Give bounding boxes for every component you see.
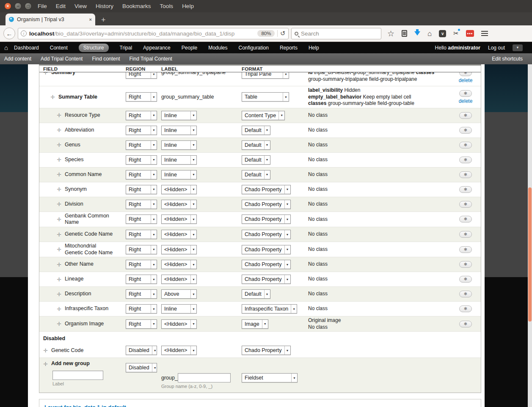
- url-bar[interactable]: i localhost/bio_data/3#overlay=admin/str…: [18, 28, 289, 39]
- region-select[interactable]: Right▼: [126, 170, 157, 179]
- admin-menu-help[interactable]: Help: [309, 45, 319, 51]
- drag-handle-icon[interactable]: ✛: [57, 157, 61, 162]
- label-select[interactable]: Above▼: [161, 289, 197, 299]
- settings-gear-button[interactable]: ✱: [459, 127, 472, 134]
- region-select[interactable]: Right▼: [126, 111, 157, 120]
- label-select[interactable]: Inline▼: [161, 304, 197, 314]
- label-select[interactable]: <Hidden>▼: [161, 346, 197, 355]
- region-select[interactable]: Right▼: [126, 126, 157, 135]
- settings-gear-button[interactable]: ✱: [459, 261, 472, 268]
- admin-menu-dashboard[interactable]: Dashboard: [14, 45, 39, 51]
- format-select[interactable]: Default▼: [242, 140, 270, 150]
- menu-item-file[interactable]: File: [38, 3, 47, 9]
- format-select[interactable]: Default▼: [242, 170, 270, 179]
- format-select[interactable]: Chado Property▼: [242, 245, 291, 254]
- format-select[interactable]: Chado Property▼: [242, 346, 291, 355]
- region-select[interactable]: Right▼: [126, 245, 157, 254]
- drag-handle-icon[interactable]: ✛: [57, 201, 61, 207]
- menu-item-edit[interactable]: Edit: [56, 3, 66, 9]
- label-select[interactable]: <Hidden>▼: [161, 185, 197, 194]
- admin-menu-people[interactable]: People: [182, 45, 197, 51]
- region-select[interactable]: Right▼: [126, 140, 157, 150]
- drag-handle-icon[interactable]: ✛: [43, 72, 48, 75]
- label-select[interactable]: Inline▼: [161, 155, 197, 165]
- window-close-button[interactable]: ×: [4, 3, 11, 10]
- format-select[interactable]: Chado Property▼: [242, 214, 291, 224]
- new-tab-button[interactable]: +: [101, 16, 106, 24]
- label-select[interactable]: Inline▼: [161, 170, 197, 179]
- settings-gear-button[interactable]: ✱: [459, 157, 472, 163]
- url-text[interactable]: localhost/bio_data/3#overlay=admin/struc…: [29, 30, 255, 37]
- drag-handle-icon[interactable]: ✛: [57, 292, 61, 297]
- screenshot-icon[interactable]: ✂: [453, 30, 459, 37]
- menu-item-bookmarks[interactable]: Bookmarks: [122, 3, 151, 9]
- admin-menu-tripal[interactable]: Tripal: [120, 45, 132, 51]
- label-select[interactable]: <Hidden>▼: [161, 245, 197, 254]
- downloads-icon[interactable]: [414, 31, 420, 36]
- menu-item-history[interactable]: History: [96, 3, 113, 9]
- settings-gear-button[interactable]: ✱: [459, 171, 472, 178]
- drag-handle-icon[interactable]: ✛: [57, 321, 61, 327]
- format-select[interactable]: Default▼: [242, 155, 270, 165]
- drag-handle-icon[interactable]: ✛: [57, 262, 61, 267]
- edit-shortcuts-link[interactable]: Edit shortcuts: [492, 56, 523, 62]
- back-button[interactable]: ←: [3, 28, 15, 39]
- settings-gear-button[interactable]: ✱: [459, 231, 472, 238]
- region-select[interactable]: Right▼: [126, 92, 157, 102]
- reading-list-icon[interactable]: [402, 30, 407, 37]
- region-select[interactable]: Disabled▼: [126, 346, 157, 355]
- settings-gear-button[interactable]: ✱: [459, 72, 472, 76]
- drag-handle-icon[interactable]: ✛: [57, 232, 61, 237]
- label-select[interactable]: Inline▼: [161, 126, 197, 135]
- region-select[interactable]: Right▼: [126, 289, 157, 299]
- region-select[interactable]: Right▼: [126, 275, 157, 284]
- drag-handle-icon[interactable]: ✛: [57, 187, 61, 192]
- region-select[interactable]: Right▼: [126, 155, 157, 165]
- shortcut-find-content[interactable]: Find content: [92, 56, 120, 62]
- region-select[interactable]: Right▼: [126, 185, 157, 194]
- region-select[interactable]: Right▼: [126, 200, 157, 209]
- admin-menu-reports[interactable]: Reports: [280, 45, 298, 51]
- region-select[interactable]: Disabled▼: [126, 363, 157, 372]
- pocket-icon[interactable]: v: [439, 30, 446, 37]
- tab-close-icon[interactable]: ×: [89, 17, 92, 22]
- group-label-input[interactable]: [52, 371, 103, 380]
- drag-handle-icon[interactable]: ✛: [43, 348, 48, 353]
- settings-gear-button[interactable]: ✱: [459, 246, 472, 253]
- format-select[interactable]: Chado Property▼: [242, 275, 291, 284]
- drag-handle-icon[interactable]: ✛: [57, 113, 61, 118]
- region-select[interactable]: Right▼: [126, 230, 157, 239]
- label-select[interactable]: <Hidden>▼: [161, 230, 197, 239]
- settings-gear-button[interactable]: ✱: [459, 142, 472, 148]
- format-select[interactable]: Chado Property▼: [242, 260, 291, 269]
- menu-item-view[interactable]: View: [74, 3, 87, 9]
- settings-gear-button[interactable]: ✱: [459, 201, 472, 208]
- extension-badge-icon[interactable]: •••: [466, 30, 474, 37]
- menu-item-help[interactable]: Help: [182, 3, 194, 9]
- site-info-icon[interactable]: i: [21, 30, 27, 36]
- settings-gear-button[interactable]: ✱: [459, 186, 472, 193]
- menu-hamburger-icon[interactable]: [481, 31, 488, 36]
- format-select[interactable]: Chado Property▼: [242, 185, 291, 194]
- format-select[interactable]: Tripal Pane▼: [242, 72, 289, 79]
- toolbar-toggle-button[interactable]: ▼: [513, 44, 523, 51]
- shortcut-add-content[interactable]: Add content: [4, 56, 31, 62]
- tab-organism-tripal[interactable]: Organism | Tripal v3 ×: [6, 14, 95, 25]
- group-name-input[interactable]: [178, 373, 231, 382]
- region-select[interactable]: Right▼: [126, 304, 157, 314]
- label-select[interactable]: <Hidden>▼: [161, 319, 197, 329]
- settings-gear-button[interactable]: ✱: [459, 112, 472, 119]
- layout-fieldset-legend[interactable]: Layout for bio_data 1 in default: [44, 404, 126, 407]
- search-bar[interactable]: Search: [291, 28, 381, 39]
- settings-gear-button[interactable]: ✱: [459, 276, 472, 283]
- admin-menu-structure[interactable]: Structure: [79, 44, 109, 52]
- reload-icon[interactable]: ↻: [280, 30, 286, 37]
- label-select[interactable]: <Hidden>▼: [161, 214, 197, 224]
- format-select[interactable]: Table▼: [242, 92, 289, 102]
- page-zoom-badge[interactable]: 80%: [257, 30, 275, 37]
- window-minimize-button[interactable]: –: [14, 3, 22, 10]
- settings-gear-button[interactable]: ✱: [459, 321, 472, 327]
- menu-item-tools[interactable]: Tools: [160, 3, 174, 9]
- drag-handle-icon[interactable]: ✛: [43, 361, 48, 367]
- admin-menu-modules[interactable]: Modules: [208, 45, 227, 51]
